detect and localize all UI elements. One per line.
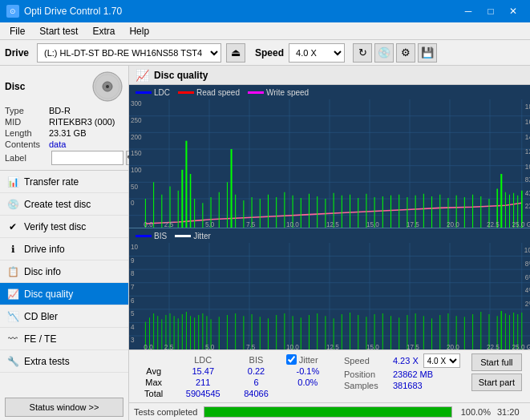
speed-stat-select[interactable]: 4.0 X (423, 353, 460, 368)
svg-text:2%: 2% (525, 301, 530, 308)
svg-text:7.5: 7.5 (246, 344, 256, 349)
avg-ldc: 15.47 (173, 365, 233, 377)
svg-text:7.5: 7.5 (246, 221, 256, 228)
menu-bar: File Start test Extra Help (0, 22, 530, 40)
drive-info-label: Drive info (24, 244, 65, 255)
title-bar-left: ⊙ Opti Drive Control 1.70 (6, 5, 122, 18)
progress-time: 31:20 (497, 407, 525, 417)
stats-row-avg: Avg 15.47 0.22 -0.1% (134, 365, 336, 377)
stats-col-header-empty (134, 353, 173, 365)
sidebar-item-disc-quality[interactable]: 📈 Disc quality (0, 283, 128, 305)
disc-title: Disc (5, 81, 25, 92)
svg-text:10X: 10X (525, 164, 530, 171)
label-input[interactable] (51, 151, 123, 165)
bis-label: BIS (154, 232, 167, 240)
avg-bis: 0.22 (233, 365, 280, 377)
svg-text:12.5: 12.5 (326, 221, 339, 228)
svg-text:16X: 16X (525, 119, 530, 126)
avg-label: Avg (134, 365, 173, 377)
start-full-button[interactable]: Start full (471, 353, 522, 371)
panel-title: Disc quality (154, 70, 208, 81)
disc-quality-label: Disc quality (24, 289, 73, 300)
disc-length-row: Length 23.31 GB (5, 128, 123, 138)
svg-point-2 (106, 85, 109, 88)
title-bar-text: Opti Drive Control 1.70 (24, 6, 122, 17)
stats-col-header-jitter-cb: Jitter (280, 353, 336, 365)
progress-area: Tests completed 100.0% 31:20 (129, 402, 530, 420)
sidebar-item-drive-info[interactable]: ℹ Drive info (0, 238, 128, 260)
speed-select[interactable]: 4.0 X (289, 43, 345, 63)
refresh-button[interactable]: ↻ (353, 43, 372, 63)
type-value: BD-R (49, 106, 71, 115)
max-label: Max (134, 377, 173, 388)
settings-button[interactable]: ⚙ (396, 43, 415, 63)
sidebar-item-create-test-disc[interactable]: 💿 Create test disc (0, 193, 128, 216)
drive-info-icon: ℹ (6, 243, 19, 256)
menu-help[interactable]: Help (123, 24, 156, 38)
right-panel: 📈 Disc quality LDC Read speed (129, 66, 530, 420)
speed-stat-value: 4.23 X (393, 356, 419, 365)
disc-button[interactable]: 💿 (374, 43, 394, 63)
progress-percent: 100.0% (459, 407, 491, 417)
menu-extra[interactable]: Extra (86, 24, 121, 38)
start-part-button[interactable]: Start part (471, 374, 522, 391)
nav-items: 📊 Transfer rate 💿 Create test disc ✔ Ver… (0, 171, 128, 373)
svg-text:10%: 10% (524, 248, 530, 255)
position-stat-row: Position 23862 MB (344, 370, 460, 379)
sidebar-item-verify-test-disc[interactable]: ✔ Verify test disc (0, 216, 128, 238)
samples-stat-label: Samples (344, 381, 388, 390)
write-speed-color (248, 91, 264, 94)
maximize-button[interactable]: □ (480, 3, 501, 19)
svg-text:17.5: 17.5 (407, 221, 419, 228)
svg-text:9: 9 (131, 257, 135, 265)
length-value: 23.31 GB (49, 128, 86, 138)
svg-text:50: 50 (131, 184, 139, 191)
svg-text:12.5: 12.5 (326, 344, 339, 349)
bis-color (136, 235, 152, 237)
jitter-checkbox[interactable] (286, 354, 297, 365)
write-speed-legend: Write speed (248, 88, 309, 97)
svg-text:3: 3 (131, 337, 135, 344)
svg-text:5.0: 5.0 (205, 344, 215, 349)
eject-button[interactable]: ⏏ (226, 43, 245, 63)
svg-text:4: 4 (131, 324, 135, 331)
title-bar-controls: ─ □ ✕ (458, 3, 524, 19)
minimize-button[interactable]: ─ (458, 3, 479, 19)
menu-start-test[interactable]: Start test (33, 24, 84, 38)
max-jitter: 0.0% (280, 377, 336, 388)
length-label: Length (5, 128, 49, 138)
read-speed-legend: Read speed (178, 88, 240, 97)
contents-value: data (49, 139, 66, 149)
panel-header-icon: 📈 (136, 69, 149, 82)
svg-text:0.0: 0.0 (144, 221, 153, 228)
sidebar-item-cd-bler[interactable]: 📉 CD Bler (0, 305, 128, 328)
total-jitter (280, 388, 336, 399)
svg-text:4X: 4X (525, 190, 530, 197)
action-buttons: Start full Start part (468, 353, 525, 391)
svg-text:25.0 GB: 25.0 GB (512, 344, 530, 349)
sidebar-item-transfer-rate[interactable]: 📊 Transfer rate (0, 171, 128, 193)
stats-col-header-ldc: LDC (173, 353, 233, 365)
top-chart-container: 18X 16X 14X 12X 10X 8X 4X 2X 300 250 200… (129, 99, 530, 228)
drive-select[interactable]: (L:) HL-DT-ST BD-RE WH16NS58 TST4 (37, 43, 221, 63)
sidebar-item-fe-te[interactable]: 〰 FE / TE (0, 328, 128, 350)
menu-file[interactable]: File (3, 24, 31, 38)
save-button[interactable]: 💾 (418, 43, 437, 63)
bottom-chart-legend: BIS Jitter (129, 228, 530, 243)
svg-text:12X: 12X (525, 148, 530, 155)
total-bis: 84066 (233, 388, 280, 399)
svg-text:22.5: 22.5 (487, 344, 500, 349)
charts-area: LDC Read speed Write speed (129, 85, 530, 349)
sidebar-item-extra-tests[interactable]: 🔧 Extra tests (0, 350, 128, 373)
write-speed-label: Write speed (266, 88, 309, 97)
close-button[interactable]: ✕ (503, 3, 524, 19)
title-bar: ⊙ Opti Drive Control 1.70 ─ □ ✕ (0, 0, 530, 22)
stats-col-header-bis: BIS (233, 353, 280, 365)
sidebar-item-disc-info[interactable]: 📋 Disc info (0, 260, 128, 283)
disc-icon (91, 71, 123, 103)
avg-jitter: -0.1% (280, 365, 336, 377)
ldc-legend: LDC (136, 88, 170, 97)
sidebar: Disc Type BD-R MID RITEKBR3 (0, 66, 129, 420)
progress-bar-outer (204, 406, 452, 418)
status-window-button[interactable]: Status window >> (5, 398, 123, 417)
